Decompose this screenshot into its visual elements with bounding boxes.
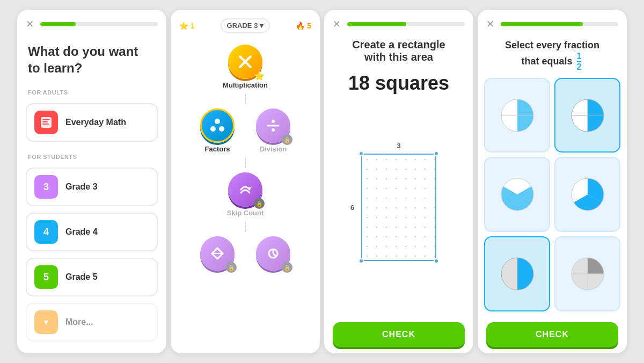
skill-row-1: Factors 🔒 Division: [200, 105, 290, 156]
skill-row-2: 🔒 🔒: [200, 233, 290, 274]
rect-container: 3 6: [361, 154, 436, 261]
fraction-denominator: 2: [577, 63, 582, 71]
grade4-label: Grade 4: [65, 227, 98, 237]
connector-3: [245, 221, 246, 232]
section-adults-label: For Adults: [17, 81, 166, 100]
svg-point-7: [210, 126, 216, 132]
fraction-option-3[interactable]: [484, 157, 550, 232]
skill-skipcount[interactable]: 🔒 Skip Count: [227, 172, 264, 217]
screen3-header: ✕: [324, 10, 473, 34]
screen2-header: ⭐ 1 GRADE 3 ▾ 🔥 5: [171, 10, 320, 37]
more-label: More...: [65, 317, 93, 327]
target-fraction: 1 2: [575, 56, 583, 67]
close-button[interactable]: ✕: [26, 18, 34, 30]
multiplication-label: Multiplication: [223, 81, 268, 89]
fraction-numerator: 1: [577, 52, 582, 61]
screen3-close[interactable]: ✕: [333, 18, 341, 30]
skipcount-circle[interactable]: 🔒: [228, 172, 262, 207]
pie-chart-6: [569, 255, 606, 293]
skill-tree: ⭐ Multiplication Factors: [171, 37, 320, 353]
height-label: 6: [350, 204, 354, 212]
fraction-option-6[interactable]: [554, 236, 620, 311]
svg-point-11: [272, 128, 275, 132]
screen1-title: What do you wantto learn?: [17, 34, 166, 81]
svg-rect-1: [42, 119, 50, 120]
skill-factors[interactable]: Factors: [200, 108, 235, 153]
extra1-circle[interactable]: 🔒: [200, 236, 235, 271]
grade3-label: Grade 3: [65, 182, 98, 192]
everyday-math-label: Everyday Math: [65, 118, 126, 127]
chevron-down-icon: ▾: [260, 21, 264, 30]
skill-extra2[interactable]: 🔒: [256, 236, 290, 271]
more-item[interactable]: ▼ More...: [26, 303, 158, 342]
division-lock: 🔒: [282, 134, 292, 145]
screens-container: ✕ What do you wantto learn? For Adults E…: [0, 0, 644, 363]
progress-bar: [40, 22, 158, 26]
fraction-option-2[interactable]: [554, 78, 620, 153]
multiplication-star: ⭐: [254, 71, 265, 81]
svg-point-8: [219, 126, 224, 132]
progress-fill: [40, 22, 76, 26]
fraction-option-4[interactable]: [554, 157, 620, 232]
skill-extra1[interactable]: 🔒: [200, 236, 235, 271]
fraction-option-5[interactable]: [484, 236, 550, 311]
everyday-math-item[interactable]: Everyday Math: [26, 103, 158, 142]
connector-2: [245, 157, 246, 168]
extra2-lock: 🔒: [282, 262, 292, 273]
multiplication-circle[interactable]: ⭐: [228, 45, 262, 79]
svg-rect-2: [42, 121, 48, 122]
area-label: 18 squares: [324, 68, 473, 99]
grade-selector[interactable]: GRADE 3 ▾: [221, 18, 270, 33]
factors-circle[interactable]: [200, 108, 235, 143]
division-label: Division: [260, 145, 287, 153]
grade5-item[interactable]: 5 Grade 5: [26, 258, 158, 296]
extra2-circle[interactable]: 🔒: [256, 236, 290, 271]
check-button-screen4[interactable]: CHECK: [486, 322, 618, 347]
skill-division[interactable]: 🔒 Division: [256, 108, 290, 153]
division-circle[interactable]: 🔒: [256, 108, 290, 143]
screen3-title: Create a rectanglewith this area: [324, 34, 473, 68]
extra1-lock: 🔒: [226, 262, 237, 273]
everyday-math-icon: [34, 111, 58, 134]
pie-chart-2: [569, 97, 606, 134]
pie-chart-5: [499, 255, 536, 293]
corner-br: [434, 258, 439, 264]
grade3-item[interactable]: 3 Grade 3: [26, 168, 158, 206]
screen1-header: ✕: [17, 10, 166, 34]
connector-1: [245, 93, 246, 104]
svg-point-6: [215, 119, 220, 124]
grade-label: GRADE 3: [227, 21, 258, 30]
screen4-title: Select every fractionthat equals 1 2: [478, 34, 627, 74]
check-button-screen3[interactable]: CHECK: [333, 322, 465, 347]
grid-area: 3 6: [324, 99, 473, 316]
screen4-close[interactable]: ✕: [486, 18, 494, 30]
pie-chart-4: [569, 176, 606, 213]
skipcount-label: Skip Count: [227, 209, 264, 217]
fraction-display: 1 2: [577, 52, 582, 71]
screen-2: ⭐ 1 GRADE 3 ▾ 🔥 5 ⭐: [171, 10, 320, 353]
grade4-item[interactable]: 4 Grade 4: [26, 213, 158, 251]
screen-3: ✕ Create a rectanglewith this area 18 sq…: [324, 10, 473, 353]
corner-tl: [358, 151, 364, 156]
fire-count: 5: [307, 21, 311, 30]
skipcount-lock: 🔒: [254, 198, 265, 209]
fraction-option-1[interactable]: [484, 78, 550, 153]
corner-bl: [358, 258, 364, 264]
width-label: 3: [397, 142, 400, 150]
corner-tr: [434, 151, 439, 156]
fraction-options-grid: [478, 74, 627, 316]
grade5-icon: 5: [34, 265, 58, 289]
grade3-icon: 3: [34, 175, 58, 199]
skill-multiplication[interactable]: ⭐ Multiplication: [223, 45, 268, 89]
screen3-progress: [347, 22, 465, 26]
svg-rect-3: [42, 124, 49, 125]
star-icon: ⭐: [179, 21, 188, 30]
screen-4: ✕ Select every fractionthat equals 1 2: [478, 10, 627, 353]
screen4-progress-fill: [501, 22, 583, 26]
screen-1: ✕ What do you wantto learn? For Adults E…: [17, 10, 166, 353]
grade5-label: Grade 5: [65, 272, 98, 282]
more-icon: ▼: [34, 310, 58, 334]
screen4-header: ✕: [478, 10, 627, 34]
fire-icon: 🔥: [296, 21, 305, 30]
screen3-progress-fill: [347, 22, 406, 26]
